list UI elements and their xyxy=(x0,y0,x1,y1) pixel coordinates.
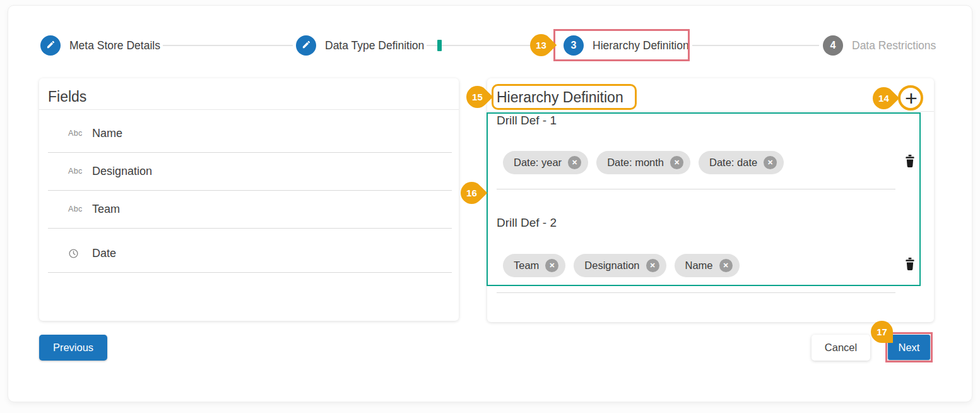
divider xyxy=(48,152,452,153)
step-label: Data Type Definition xyxy=(325,39,424,52)
chip-label: Date: date xyxy=(709,157,757,169)
chip-close-icon[interactable]: ✕ xyxy=(545,259,558,272)
pencil-icon xyxy=(302,40,311,52)
field-row-name[interactable]: Abc Name xyxy=(68,125,122,141)
text-type-icon: Abc xyxy=(68,205,92,213)
step-number-circle[interactable]: 3 xyxy=(564,35,584,56)
chip-label: Name xyxy=(685,260,713,272)
field-row-designation[interactable]: Abc Designation xyxy=(68,163,152,179)
trash-icon xyxy=(904,257,916,274)
divider xyxy=(487,111,934,112)
stepper-step-hierarchy[interactable]: 3 Hierarchy Definition xyxy=(564,35,689,56)
field-label: Date xyxy=(92,247,116,260)
text-type-icon: Abc xyxy=(68,167,92,176)
field-label: Team xyxy=(92,203,120,216)
chip-close-icon[interactable]: ✕ xyxy=(646,259,659,272)
divider xyxy=(48,272,452,273)
divider xyxy=(39,109,459,110)
add-drill-button[interactable]: + xyxy=(905,87,918,109)
chip-close-icon[interactable]: ✕ xyxy=(568,156,581,169)
next-button[interactable]: Next xyxy=(888,335,930,360)
chip-close-icon[interactable]: ✕ xyxy=(719,259,733,272)
text-type-icon: Abc xyxy=(68,129,92,138)
pencil-icon xyxy=(46,40,56,52)
step-label: Meta Store Details xyxy=(69,39,160,52)
hierarchy-panel-title: Hierarchy Definition xyxy=(497,89,623,106)
step-number-circle: 4 xyxy=(823,35,843,56)
divider xyxy=(497,292,895,293)
chip-date-date: Date: date ✕ xyxy=(699,151,784,174)
field-label: Designation xyxy=(92,165,152,178)
chip-label: Designation xyxy=(584,260,639,272)
delete-drill-button[interactable] xyxy=(903,154,917,171)
divider xyxy=(48,228,452,229)
chip-close-icon[interactable]: ✕ xyxy=(764,156,777,169)
fields-panel xyxy=(39,78,459,321)
step-edit-circle[interactable] xyxy=(296,35,316,56)
delete-drill-button[interactable] xyxy=(903,257,917,273)
chip-date-year: Date: year ✕ xyxy=(503,151,588,174)
chip-date-month: Date: month ✕ xyxy=(596,151,690,174)
field-label: Name xyxy=(92,127,122,140)
step-number: 3 xyxy=(571,40,577,51)
step-label: Hierarchy Definition xyxy=(593,39,689,52)
trash-icon xyxy=(904,154,916,171)
chip-name: Name ✕ xyxy=(675,254,740,277)
chip-label: Date: year xyxy=(514,157,562,169)
progress-tick xyxy=(437,40,442,51)
field-row-team[interactable]: Abc Team xyxy=(68,201,120,217)
step-connector xyxy=(427,45,553,46)
step-edit-circle[interactable] xyxy=(40,35,61,56)
previous-button[interactable]: Previous xyxy=(39,335,107,361)
stepper-step-restrictions: 4 Data Restrictions xyxy=(823,35,936,56)
drill-title: Drill Def - 1 xyxy=(497,114,557,128)
field-row-date[interactable]: Date xyxy=(68,245,116,261)
drill-title: Drill Def - 2 xyxy=(497,216,557,230)
chip-designation: Designation ✕ xyxy=(574,254,666,277)
chip-label: Date: month xyxy=(607,157,664,169)
chip-close-icon[interactable]: ✕ xyxy=(670,156,683,169)
fields-panel-title: Fields xyxy=(48,88,86,105)
chip-label: Team xyxy=(514,260,539,272)
divider xyxy=(497,189,895,189)
stepper-step-data-type[interactable]: Data Type Definition xyxy=(296,35,424,56)
drill-chip-row: Team ✕ Designation ✕ Name ✕ xyxy=(503,254,740,277)
cancel-button[interactable]: Cancel xyxy=(812,335,870,361)
step-connector xyxy=(163,45,293,46)
step-number: 4 xyxy=(830,40,836,51)
drill-chip-row: Date: year ✕ Date: month ✕ Date: date ✕ xyxy=(503,151,784,174)
divider xyxy=(48,190,452,191)
step-label: Data Restrictions xyxy=(852,39,936,52)
chip-team: Team ✕ xyxy=(503,254,565,277)
clock-icon xyxy=(68,248,92,259)
stepper-step-meta-store[interactable]: Meta Store Details xyxy=(40,35,160,56)
step-connector xyxy=(692,45,819,46)
